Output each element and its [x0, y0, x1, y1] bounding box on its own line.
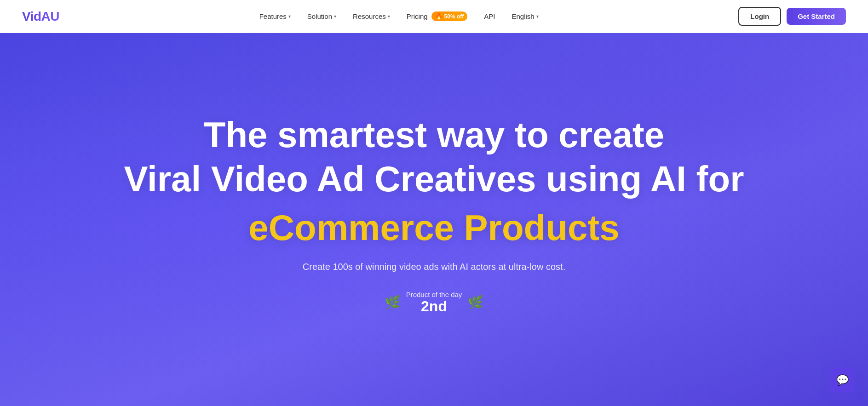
navbar-actions: Login Get Started [738, 7, 846, 26]
nav-solution[interactable]: Solution ▾ [301, 9, 343, 24]
chevron-down-icon: ▾ [288, 14, 291, 19]
navbar: VidAU Features ▾ Solution ▾ Resources ▾ … [0, 0, 868, 33]
badge-label: Product of the day [406, 291, 462, 298]
hero-badge: 🌿 Product of the day 2nd 🌿 [385, 291, 484, 315]
laurel-right-icon: 🌿 [467, 295, 483, 310]
hero-title-highlight: eCommerce Products [248, 208, 619, 248]
badge-rank: 2nd [421, 298, 447, 315]
laurel-left-icon: 🌿 [385, 295, 401, 310]
pricing-badge: 🔥 50% off [431, 11, 468, 21]
hero-title-line1: The smartest way to create [204, 115, 664, 155]
chevron-down-icon: ▾ [536, 14, 539, 19]
nav-language[interactable]: English ▾ [505, 9, 545, 24]
login-button[interactable]: Login [738, 7, 781, 26]
flame-icon: 🔥 [435, 13, 443, 20]
nav-links: Features ▾ Solution ▾ Resources ▾ Pricin… [59, 8, 738, 25]
chevron-down-icon: ▾ [334, 14, 336, 19]
chat-icon: 💬 [836, 374, 849, 386]
hero-title-line2: Viral Video Ad Creatives using AI for [124, 160, 744, 199]
get-started-button[interactable]: Get Started [787, 8, 846, 25]
nav-features[interactable]: Features ▾ [253, 9, 297, 24]
logo[interactable]: VidAU [22, 9, 59, 24]
hero-subtitle: Create 100s of winning video ads with AI… [303, 262, 565, 272]
nav-api[interactable]: API [477, 9, 501, 24]
nav-resources[interactable]: Resources ▾ [346, 9, 397, 24]
badge-content: Product of the day 2nd [406, 291, 462, 315]
nav-pricing[interactable]: Pricing 🔥 50% off [400, 8, 474, 25]
logo-text: VidAU [22, 9, 59, 24]
chat-button[interactable]: 💬 [830, 368, 854, 392]
hero-section: The smartest way to create Viral Video A… [0, 33, 868, 406]
chevron-down-icon: ▾ [388, 14, 390, 19]
